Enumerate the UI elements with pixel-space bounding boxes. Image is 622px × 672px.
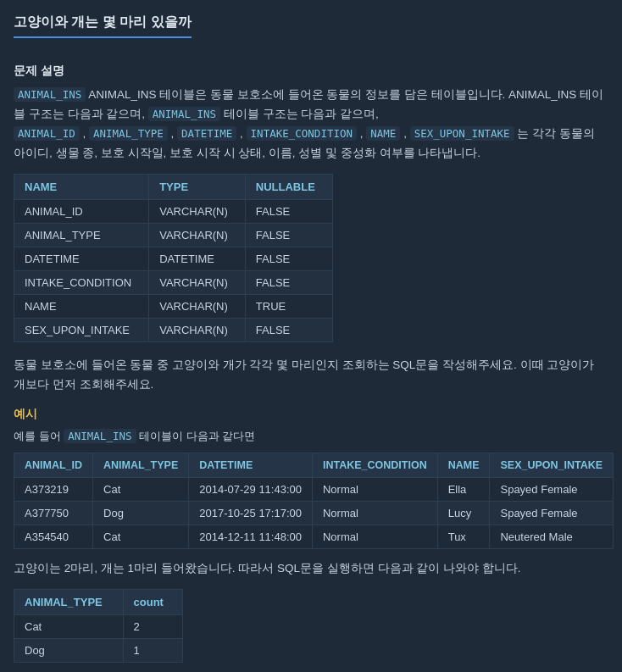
table-row: ANIMAL_IDVARCHAR(N)FALSE — [14, 199, 333, 223]
table-row: A377750Dog2017-10-25 17:17:00NormalLucyS… — [14, 501, 614, 525]
schema-header-type: TYPE — [149, 174, 246, 199]
page-title: 고양이와 개는 몇 마리 있을까 — [14, 14, 608, 52]
code-sex-upon-intake: SEX_UPON_INTAKE — [410, 126, 514, 141]
example-section-label: 예시 — [14, 407, 608, 422]
table-row: Dog1 — [14, 638, 183, 662]
code-animal-ins-2: ANIMAL_INS — [148, 107, 220, 121]
problem-description: ANIMAL_INS ANIMAL_INS 테이블은 동물 보호소에 들어온 동… — [14, 86, 608, 164]
table-row: ANIMAL_TYPEVARCHAR(N)FALSE — [14, 223, 333, 247]
result-table: ANIMAL_TYPE count Cat2Dog1 — [14, 589, 183, 663]
code-animal-ins-1: ANIMAL_INS — [14, 87, 86, 102]
code-intake-condition: INTAKE_CONDITION — [247, 126, 357, 141]
example-table: ANIMAL_IDANIMAL_TYPEDATETIMEINTAKE_CONDI… — [14, 453, 614, 549]
code-animal-ins-example: ANIMAL_INS — [64, 429, 136, 443]
code-datetime: DATETIME — [177, 126, 236, 141]
code-animal-type: ANIMAL_TYPE — [89, 126, 168, 141]
problem-section-label: 문제 설명 — [14, 64, 608, 79]
result-header-type: ANIMAL_TYPE — [14, 589, 124, 614]
schema-header-nullable: NULLABLE — [245, 174, 332, 199]
schema-table: NAME TYPE NULLABLE ANIMAL_IDVARCHAR(N)FA… — [14, 174, 333, 342]
example-intro: 예를 들어 ANIMAL_INS 테이블이 다음과 같다면 — [14, 429, 608, 444]
table-row: Cat2 — [14, 614, 183, 638]
table-row: A354540Cat2014-12-11 11:48:00NormalTuxNe… — [14, 525, 614, 548]
table-row: A373219Cat2014-07-29 11:43:00NormalEllaS… — [14, 477, 614, 501]
problem-text: 동물 보호소에 들어온 동물 중 고양이와 개가 각각 몇 마리인지 조회하는 … — [14, 356, 608, 395]
table-row: NAMEVARCHAR(N)TRUE — [14, 294, 333, 318]
table-row: SEX_UPON_INTAKEVARCHAR(N)FALSE — [14, 318, 333, 342]
result-intro: 고양이는 2마리, 개는 1마리 들어왔습니다. 따라서 SQL문을 실행하면 … — [14, 559, 608, 579]
table-row: DATETIMEDATETIMEFALSE — [14, 247, 333, 270]
result-header-count: count — [123, 589, 182, 614]
table-row: INTAKE_CONDITIONVARCHAR(N)FALSE — [14, 270, 333, 294]
code-name: NAME — [366, 126, 400, 141]
schema-header-name: NAME — [14, 174, 149, 199]
code-animal-id: ANIMAL_ID — [14, 126, 80, 141]
